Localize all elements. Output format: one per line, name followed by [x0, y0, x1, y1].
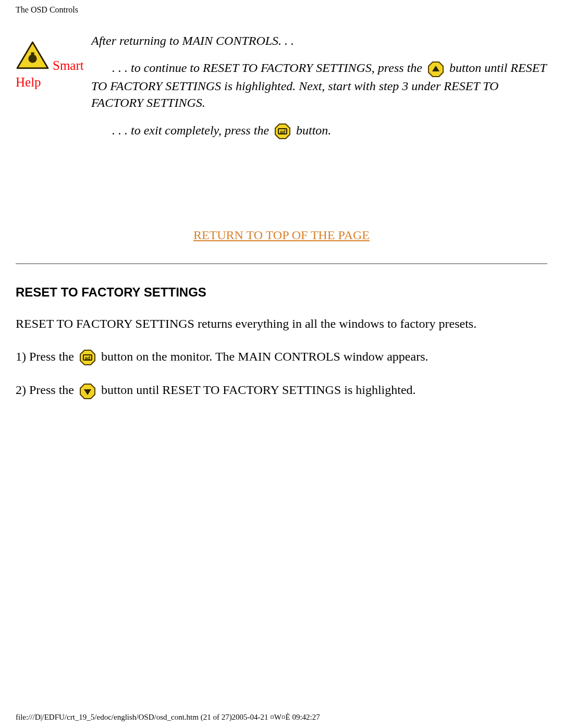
- smart-help-smart-label: Smart: [53, 58, 84, 73]
- exit-paragraph-post: button.: [296, 124, 331, 137]
- step-1: 1) Press the ad button on the monitor. T…: [16, 348, 547, 366]
- return-link-container: RETURN TO TOP OF THE PAGE: [16, 228, 547, 242]
- continue-paragraph: . . . to continue to RESET TO FACTORY SE…: [91, 59, 547, 111]
- top-content-row: Smart Help After returning to MAIN CONTR…: [16, 25, 547, 150]
- ok-button-icon: ad: [79, 349, 96, 366]
- continue-paragraph-pre: . . . to continue to RESET TO FACTORY SE…: [112, 61, 425, 75]
- up-arrow-button-icon: [427, 61, 444, 78]
- section-description: RESET TO FACTORY SETTINGS returns everyt…: [16, 315, 547, 332]
- warning-triangle-icon: [16, 41, 50, 72]
- page-header-title: The OSD Controls: [16, 5, 547, 15]
- svg-text:ad: ad: [280, 129, 286, 134]
- step-2: 2) Press the button until RESET TO FACTO…: [16, 381, 547, 399]
- svg-text:ad: ad: [85, 355, 91, 361]
- section-divider: [16, 263, 547, 264]
- page-footer-path: file:///D|/EDFU/crt_19_5/edoc/english/OS…: [16, 713, 320, 722]
- step-2-post: button until RESET TO FACTORY SETTINGS i…: [101, 383, 416, 397]
- exit-paragraph: . . . to exit completely, press the ad b…: [91, 122, 547, 140]
- step-1-pre: 1) Press the: [16, 350, 77, 363]
- top-content-column: After returning to MAIN CONTROLS. . . . …: [91, 25, 547, 150]
- smart-help-column: Smart Help: [16, 25, 91, 90]
- down-arrow-button-icon: [79, 383, 96, 400]
- ok-button-icon: ad: [274, 123, 291, 140]
- exit-paragraph-pre: . . . to exit completely, press the: [112, 124, 269, 137]
- svg-rect-3: [31, 52, 34, 57]
- section-heading-reset: RESET TO FACTORY SETTINGS: [16, 285, 547, 300]
- smart-help-help-label: Help: [16, 75, 91, 90]
- step-1-post: button on the monitor. The MAIN CONTROLS…: [101, 350, 429, 363]
- return-to-top-link[interactable]: RETURN TO TOP OF THE PAGE: [193, 228, 370, 242]
- intro-paragraph: After returning to MAIN CONTROLS. . .: [91, 32, 547, 49]
- step-2-pre: 2) Press the: [16, 383, 77, 397]
